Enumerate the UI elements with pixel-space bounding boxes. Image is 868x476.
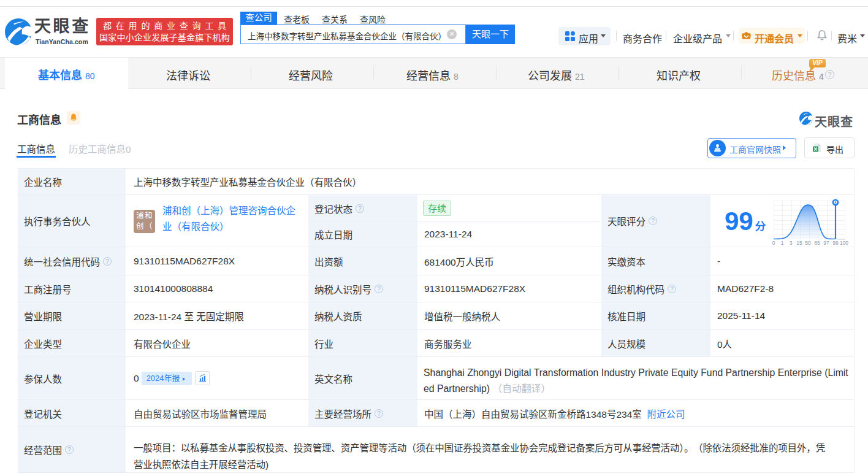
svg-text:85: 85 [814,240,820,246]
svg-text:100: 100 [840,240,848,246]
svg-text:1: 1 [781,240,784,246]
svg-text:0: 0 [772,240,775,246]
svg-text:15: 15 [796,240,802,246]
svg-text:99: 99 [832,240,839,246]
svg-text:97: 97 [823,240,829,246]
svg-text:50: 50 [805,240,811,246]
svg-text:3: 3 [790,240,793,246]
